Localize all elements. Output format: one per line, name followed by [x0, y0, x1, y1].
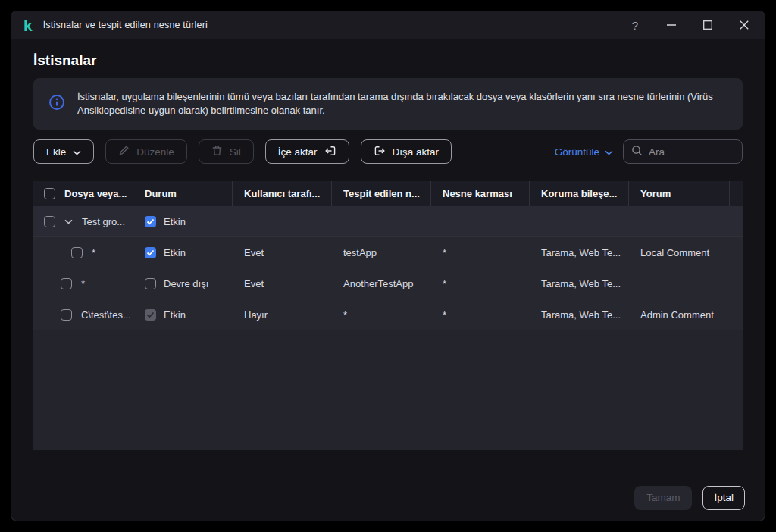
maximize-button[interactable]	[695, 14, 721, 36]
add-button-label: Ekle	[46, 146, 66, 158]
row-select-checkbox[interactable]	[61, 309, 72, 321]
import-button[interactable]: İçe aktar	[265, 139, 349, 164]
chevron-down-icon	[605, 146, 613, 158]
table-row[interactable]: C\test\tes... Etkin Hayır * * Tarama, We…	[33, 299, 743, 330]
row-select-checkbox[interactable]	[61, 278, 72, 289]
search-box	[623, 139, 743, 164]
search-icon	[631, 145, 643, 159]
column-header-detected: Tespit edilen n...	[332, 181, 431, 206]
window-controls: ?	[612, 14, 757, 36]
toolbar: Ekle Düzenle Sil	[33, 139, 743, 164]
status-label: Etkin	[164, 247, 186, 258]
table-header: Dosya veya... Durum Kullanıcı tarafı... …	[33, 181, 743, 206]
chevron-down-icon	[73, 146, 81, 158]
app-window: k İstisnalar ve tespit edilen nesne türl…	[11, 11, 765, 521]
export-button[interactable]: Dışa aktar	[361, 139, 452, 164]
export-button-label: Dışa aktar	[393, 146, 440, 158]
delete-button-label: Sil	[230, 146, 241, 158]
column-header-user: Kullanıcı tarafı...	[233, 181, 332, 206]
info-text: İstisnalar, uygulama bileşenlerinin tümü…	[77, 90, 728, 117]
delete-button[interactable]: Sil	[199, 139, 254, 164]
pencil-icon	[118, 145, 130, 158]
title-bar: k İstisnalar ve tespit edilen nesne türl…	[11, 11, 765, 39]
close-icon	[740, 20, 749, 30]
info-icon	[48, 94, 65, 114]
table-row[interactable]: * Devre dışı Evet AnotherTestApp * Taram…	[33, 268, 743, 299]
exclusions-table: Dosya veya... Durum Kullanıcı tarafı... …	[33, 181, 743, 450]
import-button-label: İçe aktar	[278, 146, 318, 158]
search-input[interactable]	[649, 146, 734, 158]
status-checkbox[interactable]	[145, 278, 156, 289]
status-checkbox[interactable]	[145, 216, 156, 227]
content-area: İstisnalar İstisnalar, uygulama bileşenl…	[11, 39, 765, 521]
status-label: Etkin	[164, 216, 186, 227]
close-button[interactable]	[731, 14, 757, 36]
status-label: Etkin	[164, 309, 186, 321]
column-header-component: Koruma bileşe...	[530, 181, 629, 206]
column-header-comment: Yorum	[629, 181, 730, 206]
help-button[interactable]: ?	[622, 14, 648, 36]
row-path: *	[92, 247, 95, 258]
column-header-status: Durum	[133, 181, 233, 206]
status-checkbox	[145, 309, 156, 321]
help-icon: ?	[632, 19, 638, 32]
trash-icon	[211, 145, 223, 158]
dialog-footer: Tamam İptal	[11, 474, 765, 521]
edit-button[interactable]: Düzenle	[105, 139, 187, 164]
export-icon	[374, 145, 386, 159]
minimize-icon	[667, 24, 676, 26]
row-select-checkbox[interactable]	[44, 216, 55, 227]
minimize-button[interactable]	[659, 14, 684, 36]
chevron-down-icon[interactable]	[64, 219, 73, 224]
column-header-hash: Nesne karması	[431, 181, 530, 206]
ok-button[interactable]: Tamam	[634, 486, 692, 510]
page-title: İstisnalar	[33, 49, 743, 72]
info-banner: İstisnalar, uygulama bileşenlerinin tümü…	[33, 78, 743, 130]
edit-button-label: Düzenle	[136, 146, 174, 158]
status-label: Devre dışı	[164, 278, 208, 289]
cancel-button[interactable]: İptal	[702, 486, 745, 510]
table-row[interactable]: * Etkin Evet testApp * Tarama, Web Te...…	[33, 237, 743, 268]
view-dropdown[interactable]: Görüntüle	[555, 146, 613, 158]
maximize-icon	[703, 20, 712, 30]
row-select-checkbox[interactable]	[71, 247, 83, 258]
import-icon	[324, 145, 336, 159]
column-header-path: Dosya veya...	[33, 181, 133, 206]
kaspersky-logo-icon: k	[23, 17, 33, 33]
select-all-checkbox[interactable]	[44, 188, 55, 199]
window-title: İstisnalar ve tespit edilen nesne türler…	[43, 20, 208, 30]
view-dropdown-label: Görüntüle	[555, 146, 599, 158]
row-path: C\test\tes...	[81, 309, 131, 321]
table-row[interactable]: Test gro... Etkin	[33, 206, 743, 237]
status-checkbox[interactable]	[145, 247, 156, 258]
column-header-spacer	[730, 181, 743, 206]
add-button[interactable]: Ekle	[33, 139, 94, 164]
row-path: Test gro...	[82, 216, 125, 227]
row-path: *	[81, 278, 85, 289]
